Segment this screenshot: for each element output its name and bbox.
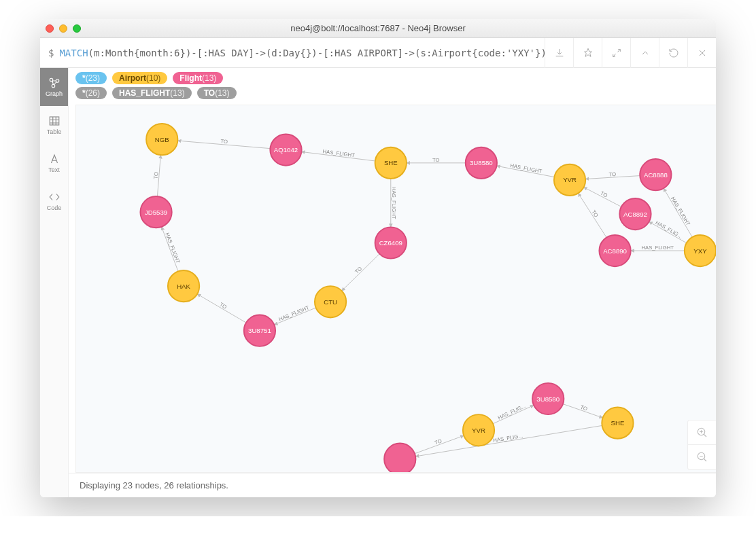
- node-label: CTU: [324, 298, 337, 306]
- graph-node-flight[interactable]: [384, 444, 415, 472]
- rerun-button[interactable]: [659, 38, 687, 68]
- graph-node-flight[interactable]: CZ6409: [375, 227, 407, 258]
- graph-edge[interactable]: TO: [584, 187, 621, 207]
- graph-edge[interactable]: TO: [415, 435, 464, 453]
- node-label-pill[interactable]: Flight(13): [173, 72, 223, 84]
- zoom-out-button[interactable]: [688, 445, 716, 469]
- graph-edge[interactable]: TO: [153, 155, 161, 196]
- node-label: YVR: [563, 176, 577, 183]
- edge-label: HAS_FLIG…: [497, 403, 528, 421]
- graph-node-flight[interactable]: 3U8580: [532, 383, 564, 414]
- edge-label: TO: [432, 157, 440, 163]
- graph-node-airport[interactable]: CTU: [315, 286, 346, 317]
- app-window: neo4j@bolt://localhost:7687 - Neo4j Brow…: [40, 19, 716, 497]
- rel-label-pill[interactable]: HAS_FLIGHT(13): [112, 87, 192, 99]
- node-label: AC8890: [603, 247, 627, 255]
- graph-edge[interactable]: TO: [197, 294, 246, 323]
- sidebar-tab-code[interactable]: Code: [40, 182, 68, 220]
- graph-node-flight[interactable]: AC8890: [599, 235, 630, 266]
- graph-node-airport[interactable]: SHE: [375, 147, 407, 179]
- graph-edge[interactable]: TO: [578, 193, 606, 237]
- graph-edge[interactable]: HAS_FLIGHT: [301, 148, 375, 161]
- titlebar: neo4j@bolt://localhost:7687 - Neo4j Brow…: [40, 19, 716, 38]
- node-label: 3U8580: [470, 159, 493, 166]
- graph-node-flight[interactable]: JD5539: [140, 196, 171, 228]
- edge-label: HAS_FLIGHT: [391, 187, 397, 219]
- zoom-in-button[interactable]: [688, 420, 716, 445]
- sidebar-tab-label: Code: [47, 204, 62, 211]
- refresh-icon: [668, 48, 679, 58]
- sidebar-tab-graph[interactable]: Graph: [40, 68, 68, 106]
- graph-node-flight[interactable]: AC8892: [619, 198, 651, 230]
- graph-edge[interactable]: HAS_FLIGHT: [631, 245, 685, 251]
- graph-edge[interactable]: HAS_FLIG…: [649, 219, 687, 243]
- graph-edge[interactable]: TO: [563, 404, 603, 418]
- pin-button[interactable]: [573, 38, 602, 68]
- graph-edge[interactable]: HAS_FLIGHT: [497, 162, 555, 177]
- graph-canvas-wrap: TOHAS_FLIGHTTOHAS_FLIGHTTOTOTOHAS_FLIGHT…: [69, 105, 716, 497]
- graph-node-airport[interactable]: SHE: [602, 408, 633, 439]
- sidebar-tab-table[interactable]: Table: [40, 106, 68, 144]
- toolbar-actions: [545, 38, 716, 68]
- node-label: SHE: [611, 419, 625, 427]
- pin-icon: [583, 48, 594, 58]
- result-main: *(23)Airport(10)Flight(13) *(26)HAS_FLIG…: [69, 68, 716, 497]
- node-label: HAK: [177, 283, 190, 290]
- graph-node-airport[interactable]: HAK: [168, 270, 199, 302]
- node-label: 3U8580: [536, 395, 560, 403]
- graph-canvas[interactable]: TOHAS_FLIGHTTOHAS_FLIGHTTOTOTOHAS_FLIGHT…: [75, 105, 716, 473]
- graph-node-airport[interactable]: NGB: [146, 124, 177, 155]
- graph-node-airport[interactable]: YXY: [685, 235, 716, 266]
- graph-edge[interactable]: HAS_FLIG…: [415, 425, 602, 456]
- node-label: YXY: [693, 247, 707, 255]
- graph-node-flight[interactable]: 3U8580: [466, 147, 497, 179]
- graph-edge[interactable]: HAS_FLIGHT: [274, 304, 315, 325]
- node-label-pills: *(23)Airport(10)Flight(13): [69, 68, 716, 84]
- node-label: AQ1042: [274, 146, 298, 154]
- download-button[interactable]: [545, 38, 573, 68]
- graph-edge[interactable]: TO: [342, 254, 380, 291]
- window-title: neo4j@bolt://localhost:7687 - Neo4j Brow…: [40, 23, 716, 33]
- graph-edge[interactable]: HAS_FLIGHT: [391, 179, 397, 227]
- graph-node-airport[interactable]: YVR: [554, 164, 585, 196]
- edge-label: HAS_FLIGHT: [510, 162, 543, 175]
- rel-label-pill[interactable]: TO(13): [197, 87, 237, 99]
- node-label: JD5539: [145, 209, 167, 216]
- graph-node-flight[interactable]: AC8888: [640, 159, 671, 190]
- node-label-pill[interactable]: Airport(10): [112, 72, 167, 84]
- zoom-window-button[interactable]: [73, 24, 81, 33]
- edge-label: HAS_FLIGHT: [164, 232, 181, 264]
- edge-label: HAS_FLIGHT: [641, 245, 674, 251]
- graph-edge[interactable]: TO: [177, 139, 270, 149]
- close-button[interactable]: [687, 38, 716, 68]
- sidebar-tab-text[interactable]: Text: [40, 144, 68, 182]
- graph-node-flight[interactable]: AQ1042: [270, 134, 301, 165]
- edge-label: HAS_FLIG…: [493, 433, 524, 444]
- query-body: (m:Month{month:6})-[:HAS_DAY]->(d:Day{})…: [88, 48, 545, 58]
- rel-label-pill[interactable]: *(26): [75, 87, 107, 99]
- graph-edge[interactable]: HAS_FLIGHT: [162, 227, 182, 272]
- graph-edge[interactable]: TO: [407, 157, 466, 163]
- edge-label: TO: [153, 172, 160, 179]
- edge-label: HAS_FLIGHT: [670, 196, 691, 227]
- graph-node-airport[interactable]: YVR: [463, 414, 494, 446]
- window-controls: [46, 24, 81, 33]
- node-label-pill[interactable]: *(23): [75, 72, 107, 84]
- graph-edge[interactable]: HAS_FLIG…: [493, 403, 534, 424]
- node-label: SHE: [384, 159, 398, 166]
- graph-edge[interactable]: TO: [585, 171, 640, 179]
- graph-node-flight[interactable]: 3U8751: [244, 315, 275, 346]
- edge-label: HAS_FLIGHT: [322, 148, 356, 158]
- graph-svg[interactable]: TOHAS_FLIGHTTOHAS_FLIGHTTOTOTOHAS_FLIGHT…: [76, 105, 716, 472]
- collapse-button[interactable]: [602, 38, 630, 68]
- query-toolbar: $ MATCH (m:Month{month:6})-[:HAS_DAY]->(…: [40, 38, 716, 68]
- expand-up-button[interactable]: [630, 38, 659, 68]
- chevron-up-icon: [640, 48, 651, 58]
- view-sidebar: GraphTableTextCode: [40, 68, 69, 497]
- edge-label: HAS_FLIG…: [655, 219, 685, 240]
- collapse-icon: [611, 48, 622, 58]
- query-editor[interactable]: $ MATCH (m:Month{month:6})-[:HAS_DAY]->(…: [40, 48, 545, 58]
- minimize-window-button[interactable]: [59, 24, 67, 33]
- close-window-button[interactable]: [46, 24, 54, 33]
- edge-label: TO: [608, 171, 616, 178]
